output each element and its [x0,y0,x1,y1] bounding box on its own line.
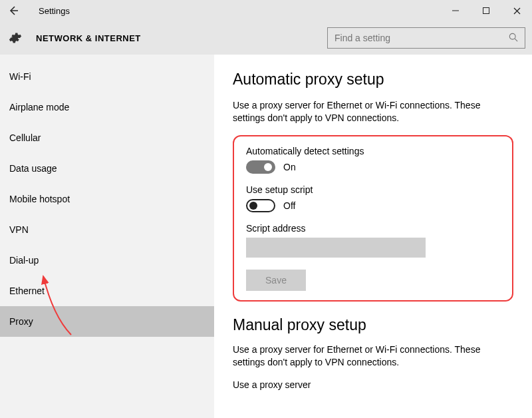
sidebar-item-cellular[interactable]: Cellular [0,122,214,153]
body: Wi-Fi Airplane mode Cellular Data usage … [0,55,532,418]
script-toggle-state: Off [283,200,295,211]
detect-toggle-state: On [283,162,296,172]
window-title: Settings [39,6,70,16]
window-controls [440,0,532,21]
sidebar-item-label: Airplane mode [9,102,69,112]
close-button[interactable] [501,0,532,21]
script-toggle-label: Use setup script [246,184,500,195]
auto-proxy-desc: Use a proxy server for Ethernet or Wi-Fi… [233,99,513,124]
annotation-highlight-box: Automatically detect settings On Use set… [233,135,513,302]
sidebar-item-ethernet[interactable]: Ethernet [0,276,214,306]
heading-manual-proxy: Manual proxy setup [233,316,513,334]
manual-use-label: Use a proxy server [233,379,513,390]
content: Automatic proxy setup Use a proxy server… [214,55,532,418]
sidebar-item-label: Dial-up [9,255,39,266]
minimize-button[interactable] [440,0,471,21]
header: NETWORK & INTERNET [0,21,532,55]
sidebar-item-label: Cellular [9,132,41,143]
svg-line-5 [515,39,517,41]
search-input[interactable] [328,33,502,43]
gear-icon [8,31,23,45]
sidebar-item-wifi[interactable]: Wi-Fi [0,61,214,92]
search-box[interactable] [327,27,525,49]
section-title: NETWORK & INTERNET [36,33,141,43]
script-toggle[interactable] [246,199,275,212]
detect-toggle[interactable] [246,160,275,174]
sidebar-item-vpn[interactable]: VPN [0,214,214,245]
sidebar-item-datausage[interactable]: Data usage [0,153,214,184]
svg-rect-1 [483,8,489,14]
sidebar-item-hotspot[interactable]: Mobile hotspot [0,184,214,214]
sidebar-item-label: Data usage [9,163,57,174]
detect-label: Automatically detect settings [246,146,500,156]
script-address-label: Script address [246,223,500,234]
svg-point-4 [509,33,515,39]
arrow-left-icon [7,5,19,17]
save-button[interactable]: Save [246,270,306,291]
search-icon [502,33,525,44]
heading-auto-proxy: Automatic proxy setup [233,71,513,89]
titlebar: Settings [0,0,532,21]
back-button[interactable] [0,0,27,21]
sidebar-item-dialup[interactable]: Dial-up [0,245,214,276]
sidebar-item-proxy[interactable]: Proxy [0,306,214,337]
manual-proxy-desc: Use a proxy server for Ethernet or Wi-Fi… [233,343,513,369]
sidebar-item-label: Ethernet [9,286,45,296]
script-address-input[interactable] [246,238,426,258]
sidebar-item-label: Proxy [9,316,33,327]
sidebar-item-label: Wi-Fi [9,71,31,82]
sidebar-item-airplane[interactable]: Airplane mode [0,92,214,122]
sidebar: Wi-Fi Airplane mode Cellular Data usage … [0,55,214,418]
sidebar-item-label: VPN [9,224,29,235]
sidebar-item-label: Mobile hotspot [9,194,70,204]
maximize-button[interactable] [471,0,501,21]
